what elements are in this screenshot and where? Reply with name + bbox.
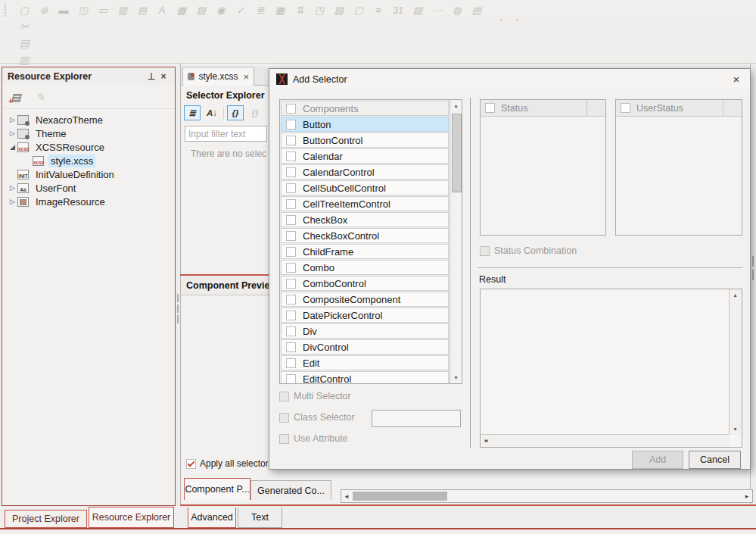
component-checkbox[interactable] xyxy=(286,358,296,368)
tree-expander-icon[interactable]: ▷ xyxy=(8,198,17,205)
menu-component-icon[interactable]: ≡ xyxy=(369,2,388,18)
component-checkbox[interactable] xyxy=(286,326,296,336)
tree-expander-icon[interactable]: ▷ xyxy=(8,116,17,123)
checkbox[interactable] xyxy=(186,459,196,469)
vertical-splitter[interactable] xyxy=(752,256,754,267)
textarea-component-icon[interactable]: ▤ xyxy=(132,2,152,18)
component-checkbox[interactable] xyxy=(286,295,296,304)
component-row[interactable]: Div xyxy=(281,323,449,339)
tree-expander-icon[interactable]: ▷ xyxy=(8,130,17,137)
tab-component-icon[interactable]: ◳ xyxy=(310,2,329,18)
tree-row[interactable]: ◢ xcss XCSSResource xyxy=(2,140,175,154)
component-row[interactable]: ChildFrame xyxy=(281,244,449,259)
edit-component-icon[interactable]: ▭ xyxy=(93,2,113,18)
component-row[interactable]: CellTreeItemControl xyxy=(281,196,449,211)
edit-resource-icon[interactable]: ✎ xyxy=(32,89,48,105)
component-checkbox[interactable] xyxy=(286,136,296,145)
vertical-splitter[interactable] xyxy=(752,270,754,280)
component-row[interactable]: CheckBoxControl xyxy=(281,228,449,243)
scroll-down-icon[interactable]: ▾ xyxy=(450,372,462,383)
cut-icon[interactable]: ✂ xyxy=(14,18,34,35)
tree-row[interactable]: ▷ NexacroTheme xyxy=(2,113,175,126)
paste-icon[interactable]: ▥ xyxy=(14,52,34,68)
selector-list-icon[interactable]: ≣ xyxy=(184,105,201,120)
sort-az-icon[interactable]: A↓ xyxy=(204,105,220,120)
tab-text[interactable]: Text xyxy=(238,507,282,528)
component-row[interactable]: CalendarControl xyxy=(281,164,449,180)
select-mode-icon[interactable]: ▢ xyxy=(14,2,34,18)
close-icon[interactable]: × xyxy=(730,73,743,86)
scroll-up-icon[interactable]: ▴ xyxy=(730,289,741,301)
component-checkbox[interactable] xyxy=(286,231,296,241)
grid-component-icon[interactable]: ▦ xyxy=(172,2,191,18)
spin-component-icon[interactable]: ⇅ xyxy=(290,2,310,18)
component-row[interactable]: ButtonControl xyxy=(281,133,449,148)
vertical-splitter[interactable] xyxy=(177,315,179,323)
div-component-icon[interactable]: ▢ xyxy=(349,2,369,18)
calendar-component-icon[interactable]: 31 xyxy=(388,2,408,18)
multi-selector-checkbox[interactable] xyxy=(279,392,289,401)
component-checkbox[interactable] xyxy=(286,279,296,289)
apply-all-selector-checkbox[interactable]: Apply all selector xyxy=(186,458,268,469)
static-component-icon[interactable]: A xyxy=(152,2,172,18)
toolbar-grip[interactable] xyxy=(5,3,10,17)
select-all-checkbox[interactable] xyxy=(286,104,296,114)
add-xcss-resource-icon[interactable]: ▤+ xyxy=(8,89,24,105)
component-checkbox[interactable] xyxy=(286,263,296,273)
listbox-component-icon[interactable]: ≣ xyxy=(250,2,270,18)
component-checkbox[interactable] xyxy=(286,120,296,130)
dialog-titlebar[interactable]: ╳ Add Selector × xyxy=(269,69,750,89)
component-row[interactable]: Calendar xyxy=(281,148,449,164)
component-checkbox[interactable] xyxy=(286,151,296,161)
selector-filter-input[interactable] xyxy=(185,126,267,142)
combo-component-icon[interactable]: ◫ xyxy=(73,2,93,18)
tab-resource-explorer[interactable]: Resource Explorer xyxy=(89,507,174,528)
status-combination-checkbox[interactable] xyxy=(480,246,490,256)
button-component-icon[interactable]: ▬ xyxy=(54,2,73,18)
class-name-input[interactable] xyxy=(372,410,461,427)
add-button[interactable]: Add xyxy=(632,451,683,469)
result-horizontal-scrollbar[interactable]: ◂ ▸ xyxy=(481,434,730,447)
use-attribute-option[interactable]: Use Attribute xyxy=(279,433,348,444)
component-row[interactable]: Button xyxy=(281,117,449,132)
graph-component-icon[interactable]: ▨ xyxy=(191,2,211,18)
pan-mode-icon[interactable]: ⊕ xyxy=(34,2,54,18)
component-row[interactable]: CellSubCellControl xyxy=(281,180,449,195)
component-checkbox[interactable] xyxy=(286,183,296,193)
progressbar-component-icon[interactable]: ⋯ xyxy=(428,2,447,18)
close-icon[interactable]: × xyxy=(157,71,170,82)
component-checkbox[interactable] xyxy=(286,215,296,225)
checkbox-component-icon[interactable]: ✓ xyxy=(231,2,250,18)
tab-advanced[interactable]: Advanced xyxy=(188,507,236,528)
tree-expander-icon[interactable]: ◢ xyxy=(8,143,17,151)
status-select-all-checkbox[interactable] xyxy=(485,103,495,113)
form-component-icon[interactable]: ▤ xyxy=(467,2,487,18)
userstatus-select-all-checkbox[interactable] xyxy=(621,103,630,113)
component-checkbox[interactable] xyxy=(286,374,296,384)
sheet-component-icon[interactable]: ▦ xyxy=(270,2,290,18)
scrollbar-thumb[interactable] xyxy=(353,492,447,501)
pin-icon[interactable]: ⊥ xyxy=(145,71,157,82)
braces-add-icon[interactable]: {} xyxy=(247,105,263,120)
vertical-splitter[interactable] xyxy=(177,294,179,302)
result-vertical-scrollbar[interactable]: ▴ ▾ xyxy=(729,289,742,435)
class-selector-checkbox[interactable] xyxy=(279,413,289,423)
cancel-button[interactable]: Cancel xyxy=(689,451,741,469)
tree-row[interactable]: ▷ ImageResource xyxy=(2,195,175,208)
class-selector-option[interactable]: Class Selector xyxy=(279,412,355,423)
imageviewer-component-icon[interactable]: ▨ xyxy=(408,2,428,18)
maskedit-component-icon[interactable]: ▥ xyxy=(113,2,132,18)
editor-horizontal-scrollbar[interactable]: ◂ ▸ xyxy=(341,489,753,503)
component-row[interactable]: DatePickerControl xyxy=(281,308,449,323)
scroll-up-icon[interactable]: ▴ xyxy=(450,100,462,111)
tree-row[interactable]: ▷ Theme xyxy=(2,126,175,140)
component-checkbox[interactable] xyxy=(286,311,296,320)
component-row[interactable]: Combo xyxy=(281,260,449,275)
tree-expander-icon[interactable]: ▷ xyxy=(8,184,17,192)
multi-selector-option[interactable]: Multi Selector xyxy=(279,391,351,401)
tab-component-properties[interactable]: Component P... xyxy=(184,478,250,500)
tab-style-xcss[interactable]: style.xcss × xyxy=(182,67,254,86)
scroll-right-icon[interactable]: ▸ xyxy=(481,435,492,446)
popupdiv-component-icon[interactable]: ▧ xyxy=(329,2,349,18)
component-checkbox[interactable] xyxy=(286,247,296,257)
